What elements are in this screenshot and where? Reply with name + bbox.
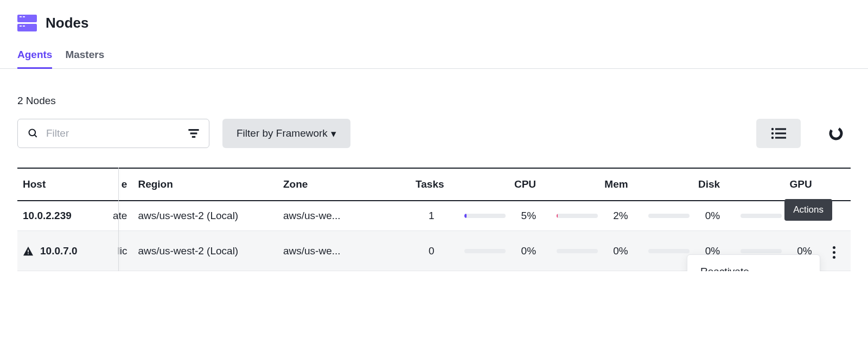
usage-bar (648, 249, 690, 253)
filter-input[interactable] (46, 127, 188, 139)
svg-point-11 (829, 126, 843, 140)
type-cell-clipped: ate (100, 201, 132, 231)
usage-bar (464, 249, 506, 253)
usage-pct: 0% (512, 245, 536, 257)
filter-settings-icon[interactable] (188, 129, 199, 138)
page-title: Nodes (46, 15, 88, 31)
usage-pct: 5% (512, 210, 536, 222)
zone-cell: aws/us-we... (278, 201, 388, 231)
usage-bar (741, 249, 782, 253)
page-header: Nodes (0, 0, 868, 39)
cpu-cell: 5% (450, 201, 542, 231)
actions-tooltip: Actions (784, 199, 832, 221)
svg-point-5 (771, 128, 774, 130)
usage-bar (464, 214, 506, 218)
node-count-label: 2 Nodes (17, 95, 851, 107)
col-type-clipped[interactable]: Te (100, 168, 132, 201)
donut-view-toggle[interactable] (821, 119, 851, 148)
list-icon (771, 127, 786, 139)
svg-rect-12 (28, 249, 29, 252)
caret-down-icon: ▾ (331, 127, 336, 140)
search-icon (28, 128, 39, 139)
region-cell: aws/us-west-2 (Local) (132, 231, 278, 271)
col-region[interactable]: Region (132, 168, 278, 201)
zone-cell: aws/us-we... (278, 231, 388, 271)
col-disk[interactable]: Disk (634, 168, 726, 201)
warning-icon (23, 246, 34, 256)
toolbar: Filter by Framework ▾ (17, 119, 851, 148)
svg-rect-13 (28, 253, 29, 254)
tasks-cell: 1 (388, 201, 449, 231)
svg-point-9 (771, 137, 774, 139)
usage-bar (648, 214, 690, 218)
actions-menu: Reactivate (687, 254, 820, 271)
host-ip: 10.0.7.0 (40, 245, 78, 257)
cpu-cell: 0% (450, 231, 542, 271)
disk-cell: 0% (634, 201, 726, 231)
filter-box[interactable] (17, 119, 209, 148)
row-actions-button[interactable] (827, 243, 841, 262)
usage-bar (557, 214, 598, 218)
host-ip: 10.0.2.239 (23, 210, 72, 222)
svg-point-7 (771, 132, 774, 134)
svg-rect-10 (775, 137, 786, 138)
usage-pct: 0% (604, 245, 628, 257)
col-mem[interactable]: Mem (541, 168, 634, 201)
svg-rect-6 (775, 128, 786, 130)
usage-bar (741, 214, 782, 218)
mem-cell: 0% (541, 231, 634, 271)
svg-rect-4 (192, 136, 195, 138)
list-view-toggle[interactable] (756, 119, 801, 148)
filter-by-framework-button[interactable]: Filter by Framework ▾ (222, 119, 350, 148)
col-host[interactable]: Host (17, 168, 100, 201)
tab-masters[interactable]: Masters (65, 43, 104, 68)
menu-item-reactivate[interactable]: Reactivate (687, 255, 820, 271)
host-cell[interactable]: 10.0.7.0 (23, 245, 95, 257)
host-cell[interactable]: 10.0.2.239 (23, 210, 95, 222)
usage-pct: 0% (696, 210, 720, 222)
svg-rect-3 (190, 132, 197, 134)
col-tasks[interactable]: Tasks (388, 168, 449, 201)
table-header-row: Host Te Region Zone Tasks CPU Mem Disk G… (17, 168, 851, 201)
tabs-bar: Agents Masters (0, 43, 868, 69)
usage-pct: 2% (604, 210, 628, 222)
nodes-icon (17, 13, 37, 33)
col-zone[interactable]: Zone (278, 168, 388, 201)
region-cell: aws/us-west-2 (Local) (132, 201, 278, 231)
tab-agents[interactable]: Agents (17, 43, 52, 68)
svg-rect-8 (775, 132, 786, 134)
svg-point-0 (29, 130, 36, 136)
svg-line-1 (35, 135, 37, 137)
svg-rect-2 (188, 129, 199, 131)
col-gpu[interactable]: GPU (725, 168, 818, 201)
usage-bar (557, 249, 598, 253)
type-cell-clipped: lic (100, 231, 132, 271)
donut-icon (829, 126, 843, 140)
nodes-table-wrap: Host Te Region Zone Tasks CPU Mem Disk G… (17, 168, 851, 271)
col-cpu[interactable]: CPU (450, 168, 542, 201)
table-row[interactable]: 10.0.2.239ateaws/us-west-2 (Local)aws/us… (17, 201, 851, 231)
framework-btn-label: Filter by Framework (237, 127, 328, 139)
tasks-cell: 0 (388, 231, 449, 271)
mem-cell: 2% (541, 201, 634, 231)
